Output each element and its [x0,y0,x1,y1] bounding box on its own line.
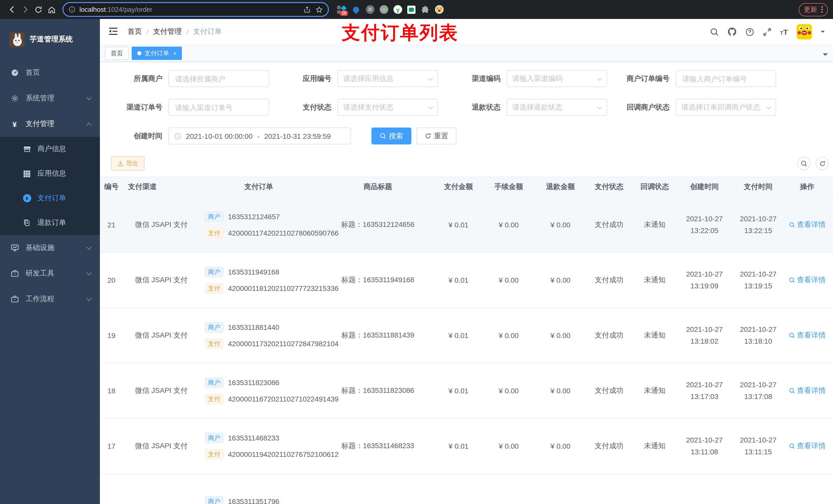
merchant-input[interactable] [169,70,269,87]
extensions-puzzle-icon[interactable] [421,5,430,14]
store-icon [23,145,31,153]
recorder-extension-icon[interactable] [380,5,388,14]
view-detail-link[interactable]: 查看详情 [789,441,826,451]
avatar-caret-icon[interactable] [821,31,825,35]
search-icon[interactable] [710,27,718,36]
table-row[interactable]: 19 微信 JSAPI 支付 商户 1635311881440 支付 [100,308,833,363]
user-avatar[interactable] [796,24,812,40]
briefcase-icon [10,295,19,304]
cell-amount: ¥ 0.01 [438,386,479,394]
reset-button[interactable]: 重置 [416,127,456,144]
sidebar-item-system[interactable]: 系统管理 [0,86,100,111]
refresh-button[interactable] [815,157,829,170]
chat-extension-icon[interactable] [407,5,415,14]
pay-order-no: 4200001181202110277723215336 [228,284,339,292]
browser-back-button[interactable] [5,3,19,16]
browser-update-button[interactable]: 更新 [799,3,828,16]
github-icon[interactable] [727,27,736,37]
table-row[interactable]: 商户 1635311351796 [100,474,833,504]
tabs-dropdown-caret[interactable] [823,53,828,58]
cell-channel: 微信 JSAPI 支付 [123,220,200,229]
table-row[interactable]: 17 微信 JSAPI 支付 商户 1635311468233 支付 [100,418,833,474]
emoji-extension-icon[interactable] [435,5,444,14]
column-header: 商品标题 [318,182,438,192]
sidebar-item-refund-order[interactable]: 退款订单 [0,211,100,235]
active-tab-dot [137,51,141,55]
sidebar-item-dev-tools[interactable]: 研发工具 [0,261,100,286]
browser-menu-icon[interactable] [821,6,823,13]
table-row[interactable]: 21 微信 JSAPI 支付 商户 1635312124657 支付 [100,197,833,253]
command-extension-icon[interactable]: ⌘ [366,5,375,14]
refund-status-select[interactable]: 请选择退款状态 [507,99,607,116]
sidebar-item-workflow[interactable]: 工作流程 [0,286,100,312]
cell-action: 查看详情 [781,331,833,340]
pay-status-select[interactable]: 请选择支付状态 [338,99,438,116]
create-time-range-input[interactable]: 2021-10-01 00:00:00 - 2021-10-31 23:59:5… [169,127,351,144]
merchant-tag: 商户 [205,322,223,332]
tab-pay-order[interactable]: 支付订单 × [132,47,182,60]
export-button[interactable]: 导出 [111,156,144,171]
y-extension-icon[interactable]: y [394,5,402,14]
cell-refund: ¥ 0.00 [539,386,582,394]
merchant-order-no: 1635311468233 [228,434,279,442]
chevron-down-icon [86,270,91,275]
chevron-down-icon [86,245,91,250]
help-icon[interactable] [745,27,754,36]
cell-pay-order: 商户 1635311881440 支付 42000011732021102728… [200,322,318,349]
cell-create-time: 2021-10-2713:18:02 [674,323,735,347]
browser-forward-button[interactable] [19,3,32,16]
sidebar-item-app-info[interactable]: 应用信息 [0,161,100,186]
channel-order-input[interactable] [169,99,269,116]
sidebar-collapse-icon[interactable] [108,26,119,38]
toggle-search-button[interactable] [797,157,810,170]
sidebar-item-merchant-info[interactable]: 商户信息 [0,137,100,161]
view-detail-link[interactable]: 查看详情 [789,220,826,229]
breadcrumb-home[interactable]: 首页 [127,27,142,37]
view-detail-link[interactable]: 查看详情 [789,331,826,340]
browser-home-button[interactable] [45,3,58,16]
notify-status-select[interactable]: 请选择订单回调商户状态 [676,99,776,116]
merchant-tag: 商户 [205,433,223,443]
table-row[interactable]: 18 微信 JSAPI 支付 商户 1635311823086 支付 [100,363,833,418]
tab-close-icon[interactable]: × [173,50,176,56]
cell-pay-time: 2021-10-2713:18:10 [735,323,781,347]
channel-code-label: 渠道编码 [438,74,507,83]
fullscreen-icon[interactable] [763,27,771,36]
column-header: 支付渠道 [123,182,200,192]
browser-reload-button[interactable] [32,3,45,16]
tab-home[interactable]: 首页 [105,47,128,60]
address-bar[interactable]: localhost:1024/pay/order [63,2,329,17]
merchant-order-input[interactable] [676,70,776,87]
app-no-select[interactable]: 请选择应用信息 [338,70,438,87]
balloon-extension-icon[interactable] [352,5,361,14]
sidebar-item-infra[interactable]: 基础设施 [0,235,100,261]
document-icon [23,218,31,227]
cell-pay-status: 支付成功 [582,331,636,340]
utools-extension-icon[interactable]: 10 [337,5,346,14]
bookmark-star-icon[interactable] [315,6,323,13]
cell-action: 查看详情 [781,275,833,285]
share-icon[interactable] [304,6,310,13]
channel-code-select[interactable]: 请输入渠道编码 [507,70,607,87]
cell-action: 查看详情 [781,220,833,229]
sidebar-item-home[interactable]: 首页 [0,60,100,86]
site-info-icon[interactable] [69,6,75,13]
column-header: 支付订单 [200,182,318,192]
search-button[interactable]: 搜索 [372,127,411,144]
cell-notify-status: 未通知 [636,220,674,229]
cell-channel: 微信 JSAPI 支付 [123,441,200,451]
cell-refund: ¥ 0.00 [539,276,582,284]
yen-circle-icon: ¥ [23,194,31,202]
font-size-icon[interactable]: TT [780,27,788,36]
cell-channel: 微信 JSAPI 支付 [123,331,200,340]
view-detail-link[interactable]: 查看详情 [789,386,826,395]
table-row[interactable]: 20 微信 JSAPI 支付 商户 1635311949168 支付 [100,253,833,308]
sidebar-item-payment[interactable]: ¥ 支付管理 [0,111,100,137]
cell-notify-status: 未通知 [636,275,674,285]
view-detail-link[interactable]: 查看详情 [789,275,826,285]
chevron-down-icon [428,104,433,109]
cell-refund: ¥ 0.00 [539,331,582,339]
breadcrumb-payment[interactable]: 支付管理 [153,27,182,37]
sidebar-item-pay-order[interactable]: ¥ 支付订单 [0,186,100,211]
cell-pay-time: 2021-10-2713:19:15 [735,268,781,292]
